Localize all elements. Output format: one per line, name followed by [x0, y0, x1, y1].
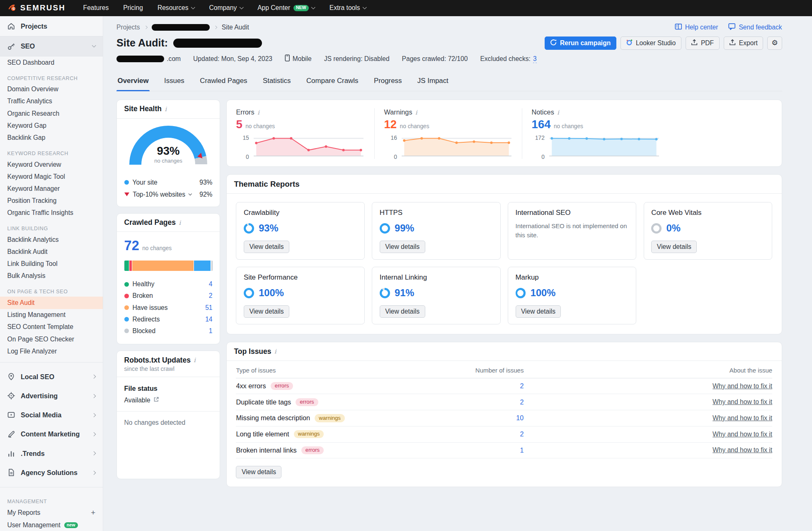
tab-issues[interactable]: Issues [163, 72, 186, 91]
chevron-right-icon [92, 413, 96, 417]
sidebar-item-backlink-analytics[interactable]: Backlink Analytics [0, 234, 103, 246]
issue-count-link[interactable]: 2 [461, 430, 524, 438]
sidebar-section-link-building: LINK BUILDING [0, 219, 103, 234]
sidebar-item-user-management[interactable]: User Managementnew [0, 519, 103, 531]
sidebar-item-listing-management[interactable]: Listing Management [0, 309, 103, 321]
sidebar-item-traffic-analytics[interactable]: Traffic Analytics [0, 95, 103, 107]
thematic-grid: Crawlability93%View detailsHTTPS99%View … [227, 194, 782, 334]
sidebar-item-social-media[interactable]: Social Media [0, 406, 103, 425]
plus-icon[interactable]: + [91, 509, 95, 517]
sidebar-item-link-building-tool[interactable]: Link Building Tool [0, 258, 103, 270]
thematic-card-core-web-vitals: Core Web Vitals0%View details [644, 202, 772, 260]
info-icon[interactable]: i [274, 348, 276, 355]
view-details-button[interactable]: View details [236, 466, 281, 478]
view-details-button[interactable]: View details [516, 305, 561, 318]
sidebar-item-agency-solutions[interactable]: Agency Solutions [0, 463, 103, 482]
legend-value-link[interactable]: 1 [209, 327, 213, 335]
sidebar-item-my-reports[interactable]: My Reports+ [0, 507, 103, 519]
info-icon[interactable]: i [257, 109, 259, 116]
site-health-score: 93% [129, 144, 207, 158]
legend-value-link[interactable]: 14 [205, 316, 212, 323]
export-button[interactable]: Export [724, 37, 764, 50]
sidebar-item-local-seo[interactable]: Local SEO [0, 367, 103, 386]
legend-item-benchmark[interactable]: Top-10% websites 92% [124, 188, 213, 200]
info-icon[interactable]: i [194, 357, 196, 363]
sidebar-item-keyword-overview[interactable]: Keyword Overview [0, 158, 103, 171]
thematic-card-text: International SEO is not implemented on … [516, 222, 629, 240]
fix-link[interactable]: Why and how to fix it [713, 382, 772, 390]
sidebar-item-domain-overview[interactable]: Domain Overview [0, 83, 103, 95]
sidebar-item-seo-dashboard[interactable]: SEO Dashboard [0, 56, 103, 68]
view-details-button[interactable]: View details [244, 305, 289, 318]
sidebar-item-trends[interactable]: .Trends [0, 444, 103, 463]
nav-item-pricing[interactable]: Pricing [123, 4, 143, 12]
pdf-button[interactable]: PDF [686, 37, 720, 50]
view-details-button[interactable]: View details [380, 305, 425, 318]
rerun-campaign-button[interactable]: Rerun campaign [545, 37, 616, 50]
sidebar-item-seo[interactable]: SEO [0, 36, 103, 56]
issue-count-link[interactable]: 1 [461, 446, 524, 454]
legend-value-link[interactable]: 4 [209, 280, 213, 288]
view-details-button[interactable]: View details [380, 241, 425, 253]
nav-item-features[interactable]: Features [83, 4, 109, 12]
tab-js-impact[interactable]: JS Impact [416, 72, 449, 91]
sidebar-item-backlink-audit[interactable]: Backlink Audit [0, 246, 103, 258]
sidebar-item-keyword-manager[interactable]: Keyword Manager [0, 183, 103, 195]
sidebar-item-content-marketing[interactable]: Content Marketing [0, 425, 103, 444]
fix-link[interactable]: Why and how to fix it [713, 446, 772, 454]
file-status-value[interactable]: Available [124, 397, 150, 404]
tab-overview[interactable]: Overview [116, 72, 150, 91]
sidebar-item-backlink-gap[interactable]: Backlink Gap [0, 132, 103, 144]
nav-item-extra-tools[interactable]: Extra tools [330, 4, 366, 12]
sidebar-item-log-file-analyzer[interactable]: Log File Analyzer [0, 345, 103, 357]
legend-value-link[interactable]: 51 [205, 304, 212, 312]
nav-item-resources[interactable]: Resources [158, 4, 195, 12]
sidebar-item-keyword-gap[interactable]: Keyword Gap [0, 119, 103, 132]
issue-count-link[interactable]: 2 [461, 382, 524, 390]
top-issues-card: Top Issues i Type of issues Number of is… [226, 342, 782, 487]
sidebar-item-bulk-analysis[interactable]: Bulk Analysis [0, 270, 103, 282]
sidebar-section-competitive-research: COMPETITIVE RESEARCH [0, 68, 103, 83]
fix-link[interactable]: Why and how to fix it [713, 398, 772, 406]
sidebar-item-label: SEO [21, 42, 35, 50]
fix-link[interactable]: Why and how to fix it [713, 431, 772, 438]
view-details-button[interactable]: View details [244, 241, 289, 253]
info-icon[interactable]: i [557, 109, 559, 116]
tab-progress[interactable]: Progress [373, 72, 402, 91]
view-details-button[interactable]: View details [651, 241, 697, 253]
fix-link[interactable]: Why and how to fix it [713, 414, 772, 422]
brand-name: SEMRUSH [20, 3, 65, 12]
send-feedback-link[interactable]: Send feedback [728, 23, 782, 32]
sidebar-item-keyword-magic-tool[interactable]: Keyword Magic Tool [0, 171, 103, 183]
errors-count: 5 [236, 118, 242, 131]
looker-studio-button[interactable]: Looker Studio [621, 37, 681, 50]
sidebar-item-organic-research[interactable]: Organic Research [0, 107, 103, 119]
sidebar-item-position-tracking[interactable]: Position Tracking [0, 195, 103, 207]
help-center-link[interactable]: Help center [675, 23, 718, 32]
chevron-down-icon[interactable] [189, 192, 192, 195]
nav-item-company[interactable]: Company [209, 4, 243, 12]
legend-item-your-site: Your site 93% [124, 176, 213, 188]
excluded-checks-link[interactable]: 3 [533, 55, 537, 63]
info-icon[interactable]: i [165, 106, 167, 112]
info-icon[interactable]: i [415, 109, 417, 116]
issue-count-link[interactable]: 2 [461, 398, 524, 406]
legend-value-link[interactable]: 2 [209, 292, 213, 300]
sidebar-item-seo-content-template[interactable]: SEO Content Template [0, 321, 103, 333]
tab-compare-crawls[interactable]: Compare Crawls [305, 72, 359, 91]
sidebar-item-site-audit[interactable]: Site Audit [0, 297, 103, 309]
semrush-logo[interactable]: SEMRUSH [8, 3, 65, 12]
sidebar-item-organic-traffic-insights[interactable]: Organic Traffic Insights [0, 207, 103, 219]
tab-statistics[interactable]: Statistics [262, 72, 292, 91]
issue-row-broken-internal-links: Broken internal linkserrors1Why and how … [236, 443, 772, 459]
tab-crawled-pages[interactable]: Crawled Pages [199, 72, 248, 91]
settings-gear-button[interactable]: ⚙ [767, 37, 782, 50]
info-icon[interactable]: i [179, 219, 181, 226]
external-link-icon[interactable] [153, 397, 159, 404]
nav-item-app-center[interactable]: App CenterNEW [257, 4, 315, 12]
sidebar-item-projects[interactable]: Projects [0, 16, 103, 37]
sidebar-item-on-page-seo-checker[interactable]: On Page SEO Checker [0, 333, 103, 345]
breadcrumb-projects[interactable]: Projects [116, 24, 140, 31]
sidebar-item-advertising[interactable]: Advertising [0, 386, 103, 405]
issue-count-link[interactable]: 10 [461, 414, 524, 422]
